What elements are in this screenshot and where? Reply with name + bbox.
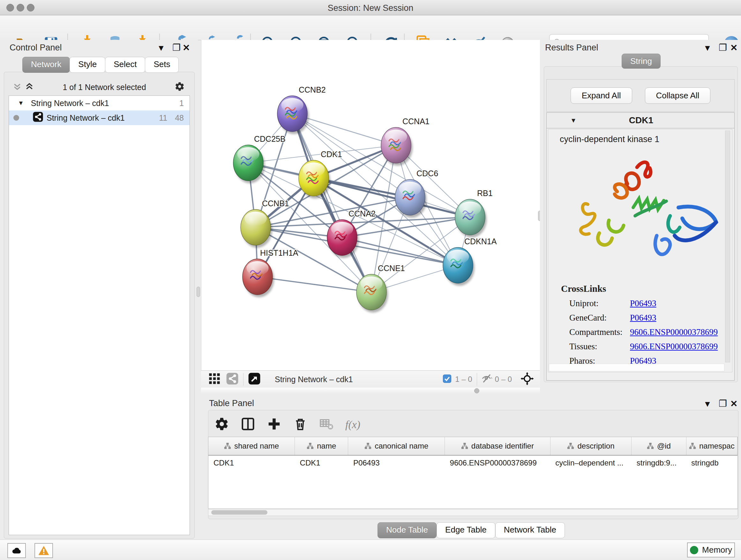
grid-view-icon[interactable] [208, 372, 221, 386]
crosslink-link[interactable]: 9606.ENSP00000378699 [630, 327, 718, 337]
dock-panel-icon[interactable]: ❐ [719, 398, 727, 409]
node-label-CDKN1A: CDKN1A [464, 237, 497, 246]
crosslink-link[interactable]: P06493 [630, 313, 657, 323]
network-status-dot [13, 115, 19, 121]
string-view-icon[interactable] [226, 372, 239, 386]
node-CDK1[interactable] [299, 160, 330, 199]
table-cell[interactable]: stringdb [686, 455, 737, 470]
column-header-namespac[interactable]: namespac [686, 437, 737, 455]
close-panel-icon[interactable]: ✕ [730, 43, 738, 53]
edge-HIST1H1A-CCNE1[interactable] [258, 277, 372, 292]
column-header-shared-name[interactable]: shared name [208, 437, 295, 455]
left-splitter-handle[interactable] [197, 287, 200, 297]
gear-icon[interactable] [214, 417, 229, 433]
tab-sets[interactable]: Sets [145, 57, 179, 73]
expand-all-button[interactable]: Expand All [570, 87, 632, 104]
float-panel-icon[interactable]: ▼ [703, 399, 712, 409]
node-label-CDC25B: CDC25B [254, 134, 286, 143]
function-builder-icon[interactable]: f(x) [345, 419, 360, 431]
table-hscrollbar[interactable] [208, 509, 738, 516]
results-scrollbar[interactable] [725, 131, 730, 362]
node-CCNE1[interactable] [356, 274, 388, 313]
splitter-handle-dot[interactable] [474, 388, 479, 393]
table-cell[interactable]: P06493 [348, 455, 445, 470]
node-HIST1H1A[interactable] [243, 259, 274, 297]
edge-CCNB2-CCNE1[interactable] [292, 114, 372, 292]
node-CDKN1A[interactable] [443, 247, 475, 286]
node-RB1[interactable] [455, 199, 487, 238]
table-tabs: Node TableEdge TableNetwork Table [378, 522, 565, 538]
control-panel-tabs: NetworkStyleSelectSets [22, 57, 179, 73]
collection-expander-icon[interactable]: ▼ [18, 100, 24, 107]
tab-string[interactable]: String [622, 54, 661, 69]
node-CDC25B[interactable] [233, 145, 265, 183]
collapse-all-button[interactable]: Collapse All [645, 87, 711, 104]
crosslink-label: Compartments: [569, 327, 630, 337]
crosslink-link[interactable]: 9606.ENSP00000378699 [630, 341, 718, 352]
selected-checkbox-icon[interactable] [442, 374, 452, 385]
node-table[interactable]: shared namenamecanonical namedatabase id… [208, 437, 738, 509]
float-panel-icon[interactable]: ▼ [157, 43, 165, 53]
network-row[interactable]: String Network – cdk1 11 48 [9, 111, 190, 125]
warning-icon [38, 545, 50, 557]
column-header-@id[interactable]: @id [631, 437, 686, 455]
horizontal-splitter[interactable] [201, 388, 540, 393]
tab-network-table[interactable]: Network Table [495, 522, 565, 538]
tab-network[interactable]: Network [22, 57, 70, 73]
dock-panel-icon[interactable]: ❐ [719, 42, 727, 53]
network-canvas[interactable]: CCNB2CCNA1CDC25BCDK1CDC6RB1CCNB1CCNA2CDK… [201, 40, 540, 370]
float-panel-icon[interactable]: ▼ [703, 43, 712, 53]
table-cell[interactable]: 9606.ENSP00000378699 [445, 455, 550, 470]
close-panel-icon[interactable]: ✕ [730, 398, 738, 409]
delete-table-icon[interactable] [319, 417, 334, 433]
memory-status-dot [690, 546, 698, 554]
gene-section-header[interactable]: ▼ CDK1 [547, 113, 734, 128]
split-columns-icon[interactable] [241, 417, 255, 433]
tab-edge-table[interactable]: Edge Table [436, 522, 495, 538]
delete-column-icon[interactable] [293, 417, 308, 433]
collection-label: String Network – cdk1 [31, 99, 109, 108]
expand-all-icon[interactable] [24, 82, 34, 92]
column-header-database-identifier[interactable]: database identifier [445, 437, 550, 455]
gear-icon[interactable] [175, 81, 185, 93]
node-CCNA1[interactable] [381, 127, 413, 166]
tab-select[interactable]: Select [105, 57, 145, 73]
tab-style[interactable]: Style [70, 57, 105, 73]
table-cell[interactable]: CDK1 [208, 455, 295, 470]
node-CCNB1[interactable] [241, 209, 272, 248]
gene-details: cyclin-dependent kinase 1 CrossLinks Uni… [548, 129, 732, 372]
birds-eye-icon[interactable] [248, 372, 261, 386]
table-cell[interactable]: CDK1 [295, 455, 348, 470]
status-bar: Memory [0, 540, 741, 560]
network-collection-row[interactable]: ▼ String Network – cdk1 1 [9, 96, 190, 111]
dock-panel-icon[interactable]: ❐ [172, 42, 181, 53]
close-panel-icon[interactable]: ✕ [183, 43, 190, 53]
memory-button[interactable]: Memory [687, 543, 735, 557]
column-header-name[interactable]: name [295, 437, 348, 455]
node-CCNB2[interactable] [277, 96, 309, 134]
column-header-canonical-name[interactable]: canonical name [348, 437, 445, 455]
column-header-description[interactable]: description [550, 437, 631, 455]
network-graph[interactable]: CCNB2CCNA1CDC25BCDK1CDC6RB1CCNB1CCNA2CDK… [201, 40, 540, 370]
table-cell[interactable]: stringdb:9... [631, 455, 686, 470]
collapse-all-icon[interactable] [12, 82, 22, 92]
warning-button[interactable] [35, 543, 53, 558]
crosslink-label: Tissues: [569, 341, 630, 352]
add-column-icon[interactable] [267, 417, 281, 433]
tab-node-table[interactable]: Node Table [378, 522, 436, 538]
edge-CCNA2-CDKN1A[interactable] [342, 238, 458, 265]
hidden-eye-icon[interactable] [482, 373, 492, 385]
table-cell[interactable]: cyclin–dependent ... [550, 455, 631, 470]
cloud-button[interactable] [7, 543, 26, 558]
table-row[interactable]: CDK1CDK1P064939606.ENSP00000378699cyclin… [208, 455, 738, 470]
footer-separator [243, 373, 244, 386]
table-hscrollbar-thumb[interactable] [211, 510, 267, 515]
section-expander-icon[interactable]: ▼ [570, 117, 577, 124]
results-buttons-bar: Expand All Collapse All [546, 79, 735, 112]
crosshair-icon[interactable] [520, 372, 534, 387]
crosslink-link[interactable]: P06493 [630, 299, 657, 308]
window-title: Session: New Session [0, 3, 741, 13]
node-CCNA2[interactable] [327, 220, 359, 258]
node-label-RB1: RB1 [477, 189, 493, 198]
crosslink-row: Compartments:9606.ENSP00000378699 [569, 327, 732, 337]
